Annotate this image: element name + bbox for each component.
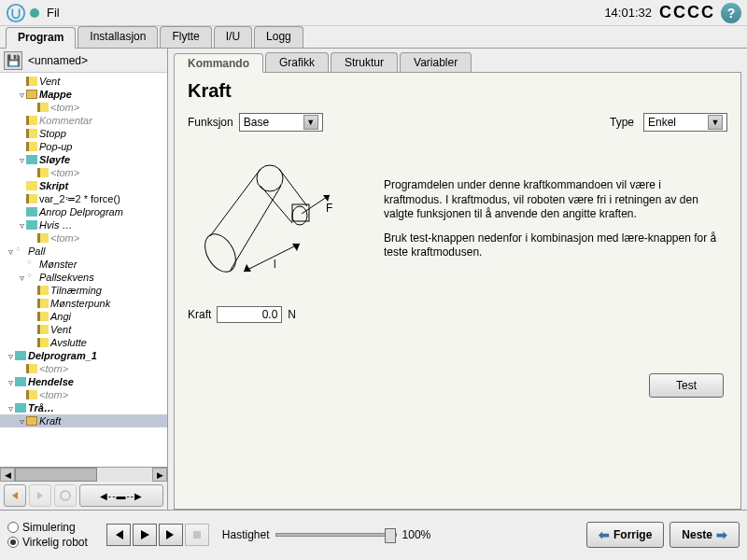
tree-row[interactable]: Pop-up <box>0 140 167 153</box>
subtab-grafikk[interactable]: Grafikk <box>265 52 329 72</box>
refresh-button[interactable] <box>54 484 77 507</box>
stop-button[interactable] <box>185 524 209 546</box>
svg-point-1 <box>61 491 70 500</box>
svg-line-7 <box>261 186 292 223</box>
prev-label: Forrige <box>613 528 652 541</box>
tab-logg[interactable]: Logg <box>254 26 303 48</box>
tree-row[interactable]: var_2≔2 * force() <box>0 192 167 205</box>
tree-row[interactable]: ▿Kraft <box>0 414 167 427</box>
next-button[interactable]: Neste➡ <box>669 522 740 548</box>
scroll-thumb[interactable] <box>15 468 97 482</box>
file-menu[interactable]: Fil <box>47 6 60 20</box>
svg-line-6 <box>279 169 307 206</box>
tree-row[interactable]: Mønsterpunk <box>0 297 167 310</box>
panel-title: Kraft <box>188 80 727 102</box>
tree-row[interactable]: Kommentar <box>0 114 167 127</box>
scroll-right-icon[interactable]: ▶ <box>152 468 167 482</box>
funksjon-label: Funksjon <box>188 116 233 129</box>
arrow-right-icon: ➡ <box>716 527 727 542</box>
save-icon[interactable]: 💾 <box>4 51 22 70</box>
tree-row[interactable]: <tom> <box>0 388 167 401</box>
subtab-kommando[interactable]: Kommando <box>174 53 263 73</box>
tab-program[interactable]: Program <box>6 27 76 49</box>
tree-row[interactable]: ▿Trå… <box>0 401 167 414</box>
status-dot <box>30 8 39 18</box>
skip-forward-button[interactable] <box>159 524 183 546</box>
program-name: <unnamed> <box>28 54 88 67</box>
tree-row[interactable]: Vent <box>0 323 167 336</box>
playback-controls <box>106 524 209 546</box>
test-button[interactable]: Test <box>649 373 724 398</box>
force-diagram: F l <box>188 150 374 300</box>
tree-row[interactable]: ▿⁘Pallsekvens <box>0 271 167 284</box>
tree-row[interactable]: Vent <box>0 75 167 88</box>
tab-iu[interactable]: I/U <box>214 26 252 48</box>
desc-paragraph-2: Bruk test-knappen nedenfor i kombinasjon… <box>384 231 718 260</box>
tree-row[interactable]: <tom> <box>0 101 167 114</box>
scroll-left-icon[interactable]: ◀ <box>0 468 15 482</box>
skip-back-button[interactable] <box>106 524 131 546</box>
main-tabs: Program Installasjon Flytte I/U Logg <box>0 26 747 49</box>
titlebar: Fil 14:01:32 CCCC ? <box>0 0 747 26</box>
svg-line-13 <box>244 244 300 272</box>
svg-marker-15 <box>244 264 251 272</box>
tree-row[interactable]: ▿Mappe <box>0 88 167 101</box>
left-panel: 💾 <unnamed> Vent▿Mappe<tom>KommentarStop… <box>0 49 168 510</box>
scroll-track[interactable] <box>15 468 152 482</box>
svg-text:l: l <box>274 258 276 271</box>
prev-button[interactable]: ⬅Forrige <box>586 522 664 548</box>
tree-row[interactable]: Tilnærming <box>0 284 167 297</box>
speed-value: 100% <box>402 528 431 541</box>
type-label: Type <box>610 116 634 129</box>
funksjon-dropdown[interactable]: Base ▼ <box>239 113 323 132</box>
tree-row[interactable]: ▿Sløyfe <box>0 153 167 166</box>
tab-flytte[interactable]: Flytte <box>160 26 211 48</box>
tab-installasjon[interactable]: Installasjon <box>78 26 158 48</box>
radio-real-label: Virkelig robot <box>22 536 88 549</box>
slider-thumb[interactable] <box>385 528 396 543</box>
clock: 14:01:32 <box>604 6 652 20</box>
right-panel: Kommando Grafikk Struktur Variabler Kraf… <box>168 49 747 510</box>
tree-row[interactable]: ▿⁘Pall <box>0 245 167 258</box>
slide-control[interactable]: ◀--▬--▶ <box>79 484 163 507</box>
radio-virkelig[interactable]: Virkelig robot <box>7 536 88 549</box>
chevron-down-icon: ▼ <box>708 115 723 130</box>
help-icon[interactable]: ? <box>721 3 741 23</box>
tree-row[interactable]: Avslutte <box>0 336 167 349</box>
tree-row[interactable]: ▿Hvis … <box>0 218 167 231</box>
tree-row[interactable]: Angi <box>0 310 167 323</box>
type-dropdown[interactable]: Enkel ▼ <box>643 113 727 132</box>
sub-tabs: Kommando Grafikk Struktur Variabler <box>174 52 741 73</box>
chevron-down-icon: ▼ <box>303 115 318 130</box>
svg-rect-17 <box>193 531 201 539</box>
footer: Simulering Virkelig robot Hastighet 100%… <box>0 510 747 558</box>
svg-point-8 <box>292 206 307 225</box>
tree-row[interactable]: <tom> <box>0 362 167 375</box>
kraft-input[interactable] <box>217 306 282 323</box>
speed-slider[interactable] <box>275 533 397 537</box>
tree-row[interactable]: Anrop Delprogram <box>0 205 167 218</box>
tree-row[interactable]: <tom> <box>0 166 167 179</box>
funksjon-value: Base <box>244 116 300 129</box>
speed-control: Hastighet 100% <box>222 528 430 541</box>
subtab-variabler[interactable]: Variabler <box>400 52 472 72</box>
tree-row[interactable]: ⁘Mønster <box>0 258 167 271</box>
radio-icon <box>7 522 19 533</box>
tree-row[interactable]: ▿Delprogram_1 <box>0 349 167 362</box>
undo-button[interactable] <box>4 484 26 507</box>
tree-row[interactable]: ▿Hendelse <box>0 375 167 388</box>
tree-hscroll[interactable]: ◀ ▶ <box>0 467 167 482</box>
desc-paragraph-1: Programdelen under denne kraftkommandoen… <box>384 178 718 222</box>
tree-row[interactable]: Skript <box>0 179 167 192</box>
svg-point-2 <box>199 229 242 277</box>
svg-marker-14 <box>292 244 300 251</box>
program-tree[interactable]: Vent▿Mappe<tom>KommentarStoppPop-up▿Sløy… <box>0 73 167 467</box>
subtab-struktur[interactable]: Struktur <box>331 52 398 72</box>
tree-row[interactable]: Stopp <box>0 127 167 140</box>
tree-row[interactable]: <tom> <box>0 231 167 245</box>
mode-radios: Simulering Virkelig robot <box>7 521 88 549</box>
program-header: 💾 <unnamed> <box>0 49 167 73</box>
redo-button[interactable] <box>29 484 51 507</box>
radio-simulering[interactable]: Simulering <box>7 521 88 534</box>
play-button[interactable] <box>133 524 157 546</box>
